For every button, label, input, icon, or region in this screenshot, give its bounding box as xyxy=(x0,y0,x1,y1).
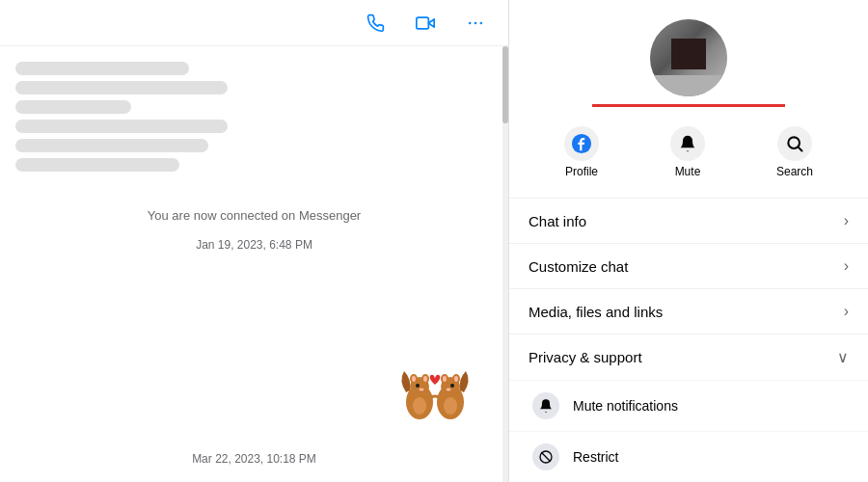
mute-notifications-icon xyxy=(532,392,559,419)
menu-section: Chat info › Customize chat › Media, file… xyxy=(509,198,868,482)
svg-point-16 xyxy=(454,376,458,382)
sticker-container xyxy=(15,352,493,429)
profile-section: Profile Mute Search xyxy=(509,0,868,198)
search-button[interactable]: Search xyxy=(765,122,825,182)
profile-icon xyxy=(564,126,599,161)
bell-icon xyxy=(678,134,697,153)
menu-item-media-files-links[interactable]: Media, files and links › xyxy=(509,288,868,334)
blurred-preview xyxy=(15,62,493,177)
blur-line-6 xyxy=(15,158,179,172)
profile-button[interactable]: Profile xyxy=(553,122,610,182)
svg-line-25 xyxy=(799,147,802,151)
profile-label: Profile xyxy=(565,165,598,178)
restrict-icon xyxy=(532,443,559,470)
mute-button[interactable]: Mute xyxy=(659,122,717,182)
svg-point-19 xyxy=(420,388,424,391)
svg-point-17 xyxy=(416,384,420,388)
scroll-bar[interactable] xyxy=(502,46,508,482)
action-buttons: Profile Mute Search xyxy=(509,122,868,198)
menu-item-chat-info[interactable]: Chat info › xyxy=(509,198,868,243)
avatar-dark-block xyxy=(671,39,706,69)
privacy-support-label: Privacy & support xyxy=(529,349,642,365)
customize-chat-chevron: › xyxy=(844,257,849,275)
mute-label: Mute xyxy=(675,165,701,178)
blur-line-3 xyxy=(15,100,131,114)
avatar-bottom-strip xyxy=(650,75,727,96)
facebook-icon xyxy=(571,133,592,154)
more-options-button[interactable] xyxy=(458,6,493,40)
menu-item-customize-chat[interactable]: Customize chat › xyxy=(509,243,868,288)
mute-icon xyxy=(670,126,705,161)
svg-marker-0 xyxy=(428,18,434,26)
media-files-links-label: Media, files and links xyxy=(529,304,663,320)
media-files-links-chevron: › xyxy=(844,303,849,320)
avatar xyxy=(650,19,727,96)
timestamp-1: Jan 19, 2023, 6:48 PM xyxy=(15,238,493,252)
blur-line-5 xyxy=(15,139,208,152)
svg-rect-1 xyxy=(417,17,429,29)
chat-messages[interactable]: You are now connected on Messenger Jan 1… xyxy=(0,46,508,482)
privacy-support-sub-items: Mute notifications Restrict xyxy=(509,380,868,482)
privacy-support-chevron: ∨ xyxy=(837,348,849,366)
avatar-placeholder xyxy=(650,19,727,96)
squirrel-sticker-svg xyxy=(396,352,474,429)
chat-info-chevron: › xyxy=(844,212,849,229)
chat-panel: You are now connected on Messenger Jan 1… xyxy=(0,0,509,482)
video-call-button[interactable] xyxy=(408,6,443,40)
scroll-thumb[interactable] xyxy=(502,46,508,123)
svg-point-14 xyxy=(423,376,427,382)
svg-point-3 xyxy=(475,21,477,24)
svg-point-22 xyxy=(444,397,457,415)
mute-notifications-label: Mute notifications xyxy=(573,398,678,414)
timestamp-2: Mar 22, 2023, 10:18 PM xyxy=(15,452,493,466)
restrict-circle-icon xyxy=(538,449,554,465)
svg-point-15 xyxy=(443,376,447,382)
sub-item-mute-notifications[interactable]: Mute notifications xyxy=(509,380,868,431)
blur-line-1 xyxy=(15,62,189,75)
sub-item-restrict[interactable]: Restrict xyxy=(509,431,868,482)
phone-icon xyxy=(366,13,385,33)
video-icon xyxy=(416,13,435,33)
right-panel: Profile Mute Search xyxy=(509,0,868,482)
search-icon xyxy=(777,126,812,161)
svg-point-18 xyxy=(450,384,454,388)
blur-line-4 xyxy=(15,120,228,133)
restrict-label: Restrict xyxy=(573,449,618,465)
svg-point-2 xyxy=(469,21,472,24)
search-magnifier-icon xyxy=(785,134,804,153)
system-message: You are now connected on Messenger xyxy=(15,208,493,223)
chat-header xyxy=(0,0,508,46)
svg-point-13 xyxy=(412,376,416,382)
svg-point-4 xyxy=(480,21,483,24)
profile-underline xyxy=(592,104,785,107)
blur-line-2 xyxy=(15,81,228,94)
customize-chat-label: Customize chat xyxy=(529,258,628,275)
sticker xyxy=(396,352,474,429)
search-label: Search xyxy=(776,165,813,178)
menu-item-privacy-support[interactable]: Privacy & support ∨ xyxy=(509,334,868,380)
svg-point-21 xyxy=(413,397,426,415)
phone-call-button[interactable] xyxy=(358,6,393,40)
bell-sub-icon xyxy=(538,398,554,414)
svg-line-27 xyxy=(541,452,550,461)
more-dots-icon xyxy=(466,13,485,33)
chat-info-label: Chat info xyxy=(529,213,586,229)
svg-point-20 xyxy=(447,388,451,391)
